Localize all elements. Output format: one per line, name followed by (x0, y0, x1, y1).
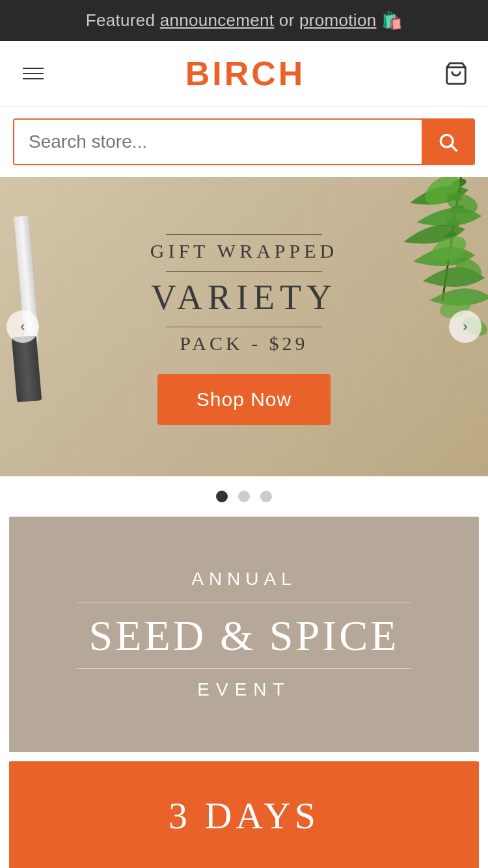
carousel-dot-2[interactable] (238, 491, 250, 502)
announcement-text-middle: or (274, 10, 299, 30)
carousel-prev-button[interactable]: ‹ (7, 310, 39, 343)
event-subtitle: EVENT (35, 679, 453, 700)
hero-bot-divider (166, 327, 322, 327)
cart-icon[interactable] (444, 61, 468, 86)
search-wrapper (13, 118, 475, 165)
annual-event-section: ANNUAL SEED & SPICE EVENT (9, 517, 479, 752)
shop-now-button[interactable]: Shop Now (157, 374, 331, 425)
event-label: ANNUAL (35, 569, 453, 590)
svg-line-2 (452, 146, 456, 150)
hero-carousel: ‹ GIFT WRAPPED VARIETY PACK - $29 Shop N… (0, 177, 488, 476)
hero-content: GIFT WRAPPED VARIETY PACK - $29 Shop Now (0, 177, 488, 476)
event-title: SEED & SPICE (35, 611, 453, 660)
hero-title: VARIETY (151, 277, 337, 318)
header: BIRCH (0, 41, 488, 107)
chevron-right-icon: › (463, 318, 467, 335)
chevron-left-icon: ‹ (20, 318, 25, 335)
carousel-next-button[interactable]: › (449, 310, 481, 343)
hamburger-line-2 (23, 73, 44, 74)
event-top-divider (77, 603, 411, 603)
logo[interactable]: BIRCH (185, 54, 306, 93)
hero-top-divider (166, 234, 322, 235)
carousel-dot-3[interactable] (260, 491, 272, 502)
search-input[interactable] (14, 120, 422, 164)
countdown-value: 3 DAYS (35, 794, 453, 837)
announcement-text-before: Featured (86, 10, 160, 30)
carousel-dot-1[interactable] (216, 491, 228, 502)
search-container (0, 107, 488, 177)
hamburger-menu-icon[interactable] (20, 64, 47, 83)
announcement-emoji: 🛍️ (376, 10, 402, 30)
announcement-bar: Featured announcement or promotion 🛍️ (0, 0, 488, 41)
event-bot-divider (77, 668, 411, 669)
search-button[interactable] (422, 120, 474, 164)
hero-price: PACK - $29 (180, 332, 308, 355)
announcement-link1[interactable]: announcement (160, 10, 275, 30)
hero-subtitle: GIFT WRAPPED (150, 240, 338, 262)
hamburger-line-3 (23, 78, 44, 79)
carousel-dots (0, 476, 488, 517)
hamburger-line-1 (23, 68, 44, 69)
search-icon (437, 131, 458, 152)
announcement-link2[interactable]: promotion (299, 10, 376, 30)
hero-mid-divider (166, 271, 322, 272)
countdown-section: 3 DAYS (9, 761, 479, 868)
